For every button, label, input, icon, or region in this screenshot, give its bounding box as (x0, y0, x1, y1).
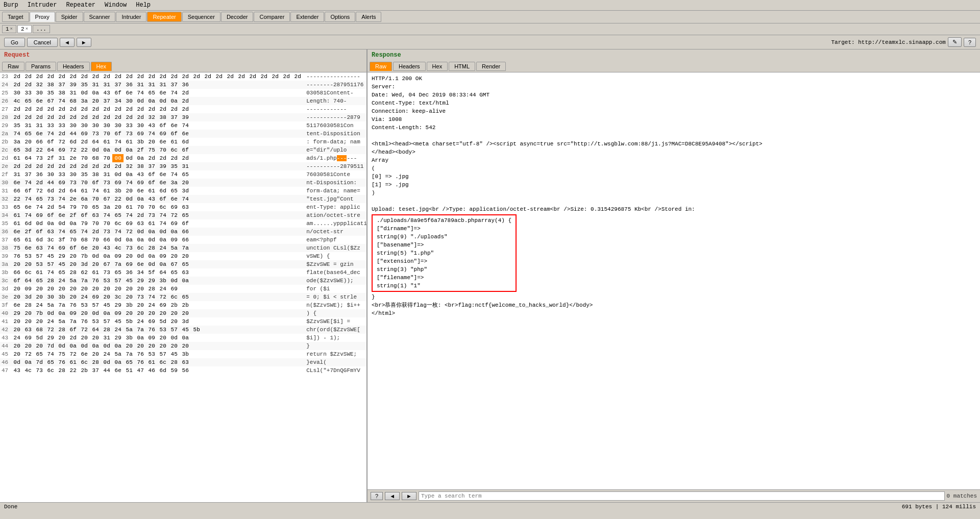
go-button[interactable]: Go (4, 38, 25, 47)
hex-cell[interactable]: 61 (146, 358, 157, 366)
hex-cell[interactable]: 2d (45, 162, 56, 170)
hex-cell[interactable]: 73 (135, 293, 146, 301)
target-help-button[interactable]: ? (964, 38, 976, 47)
tab-1-close[interactable]: × (10, 27, 13, 32)
hex-cell[interactable]: 70 (146, 203, 157, 211)
hex-cell[interactable]: 2d (112, 105, 124, 113)
hex-cell[interactable]: 29 (11, 309, 22, 317)
hex-cell[interactable]: 20 (11, 317, 22, 326)
hex-cell[interactable]: 6f (34, 228, 45, 236)
hex-cell[interactable]: 0a (112, 342, 124, 350)
hex-cell[interactable]: 38 (157, 113, 168, 121)
hex-cell[interactable]: 22 (34, 146, 45, 154)
search-next-btn[interactable]: ► (402, 492, 416, 500)
hex-cell[interactable]: 20 (180, 309, 191, 317)
hex-cell[interactable]: 74 (168, 89, 180, 97)
hex-cell[interactable]: 32 (34, 81, 45, 89)
hex-cell[interactable]: 0d (135, 252, 146, 260)
hex-cell[interactable]: 67 (45, 97, 56, 105)
next-button[interactable]: ► (77, 38, 91, 47)
hex-cell[interactable]: 76 (135, 350, 146, 358)
hex-cell[interactable]: 74 (135, 89, 146, 97)
hex-cell[interactable]: 29 (112, 334, 124, 342)
hex-cell[interactable]: 33 (56, 121, 67, 130)
hex-cell[interactable]: 0d (90, 252, 101, 260)
hex-cell[interactable]: 5f (146, 268, 157, 277)
hex-cell[interactable]: 24 (101, 350, 112, 358)
hex-cell[interactable]: 5b (191, 326, 202, 334)
hex-cell[interactable]: 3b (180, 350, 191, 358)
hex-cell[interactable]: 2e (67, 154, 79, 162)
hex-cell[interactable]: 65 (56, 268, 67, 277)
hex-cell[interactable]: 74 (56, 228, 67, 236)
hex-cell[interactable]: 5a (168, 244, 180, 252)
tab-sequencer[interactable]: Sequencer (182, 12, 220, 22)
hex-cell[interactable]: 2d (191, 72, 202, 81)
hex-cell[interactable]: 6d (157, 187, 168, 195)
hex-cell[interactable]: 0d (79, 89, 90, 97)
tab-decoder[interactable]: Decoder (221, 12, 254, 22)
hex-cell[interactable]: 65 (146, 89, 157, 97)
hex-cell[interactable]: 0a (168, 228, 180, 236)
hex-cell[interactable]: 70 (90, 236, 101, 244)
tab-target[interactable]: Target (2, 12, 29, 22)
hex-cell[interactable]: 65 (67, 228, 79, 236)
menu-burp[interactable]: Burp (2, 1, 20, 9)
hex-cell[interactable]: 3b (157, 277, 168, 285)
hex-cell[interactable]: 75 (146, 146, 157, 154)
hex-cell[interactable]: 53 (34, 260, 45, 268)
hex-cell[interactable]: 6c (135, 244, 146, 252)
hex-cell[interactable]: 20 (124, 252, 135, 260)
hex-cell[interactable]: 66 (180, 236, 191, 244)
hex-cell[interactable]: 35 (79, 81, 90, 89)
hex-cell[interactable]: 65 (112, 211, 124, 219)
hex-cell[interactable]: 2d (56, 72, 67, 81)
hex-cell[interactable]: 2d (11, 162, 22, 170)
hex-cell[interactable]: 0a (124, 170, 135, 179)
hex-cell[interactable]: 2d (180, 154, 191, 162)
hex-cell[interactable]: 72 (22, 350, 34, 358)
hex-cell[interactable]: 57 (45, 260, 56, 268)
hex-cell[interactable]: 65 (11, 203, 22, 211)
hex-cell[interactable]: 5a (56, 317, 67, 326)
hex-cell[interactable]: 63 (180, 203, 191, 211)
hex-cell[interactable]: 53 (22, 252, 34, 260)
response-tab-raw[interactable]: Raw (370, 62, 392, 71)
hex-cell[interactable]: 22 (112, 195, 124, 203)
search-input[interactable] (419, 491, 945, 501)
hex-cell[interactable]: 0d (168, 334, 180, 342)
hex-cell[interactable]: 28 (22, 301, 34, 309)
hex-cell[interactable]: 2d (124, 113, 135, 121)
hex-cell[interactable]: 2d (45, 72, 56, 81)
hex-cell[interactable]: 2d (79, 72, 90, 81)
hex-cell[interactable]: 74 (56, 97, 67, 105)
hex-cell[interactable]: 74 (22, 179, 34, 187)
hex-cell[interactable]: 28 (45, 277, 56, 285)
hex-cell[interactable]: 65 (22, 130, 34, 138)
hex-cell[interactable]: 6e (168, 195, 180, 203)
hex-cell[interactable]: 57 (34, 252, 45, 260)
hex-cell[interactable]: 69 (124, 219, 135, 228)
hex-cell[interactable]: 65 (11, 146, 22, 154)
hex-cell[interactable]: 0d (90, 146, 101, 154)
hex-cell[interactable]: 72 (67, 146, 79, 154)
hex-cell[interactable]: 53 (101, 277, 112, 285)
hex-cell[interactable]: 69 (146, 317, 157, 326)
hex-cell[interactable]: 2d (157, 105, 168, 113)
hex-cell[interactable]: 35 (45, 89, 56, 97)
hex-cell[interactable]: 65 (124, 358, 135, 366)
hex-cell[interactable]: 6c (45, 366, 56, 375)
hex-cell[interactable]: 2f (45, 154, 56, 162)
hex-cell[interactable]: 0d (112, 170, 124, 179)
hex-cell[interactable]: 2f (135, 146, 146, 154)
hex-cell[interactable]: 57 (168, 326, 180, 334)
hex-cell[interactable]: 0d (168, 277, 180, 285)
hex-cell[interactable]: 66 (34, 138, 45, 146)
hex-cell[interactable]: 70 (135, 203, 146, 211)
hex-cell[interactable]: 0a (56, 309, 67, 317)
hex-cell[interactable]: 36 (180, 81, 191, 89)
hex-cell[interactable]: 69 (56, 146, 67, 154)
hex-cell[interactable]: 61 (22, 236, 34, 244)
hex-cell[interactable]: 20 (11, 293, 22, 301)
response-content-area[interactable]: HTTP/1.1 200 OK Server: Date: Wed, 04 De… (368, 72, 980, 489)
